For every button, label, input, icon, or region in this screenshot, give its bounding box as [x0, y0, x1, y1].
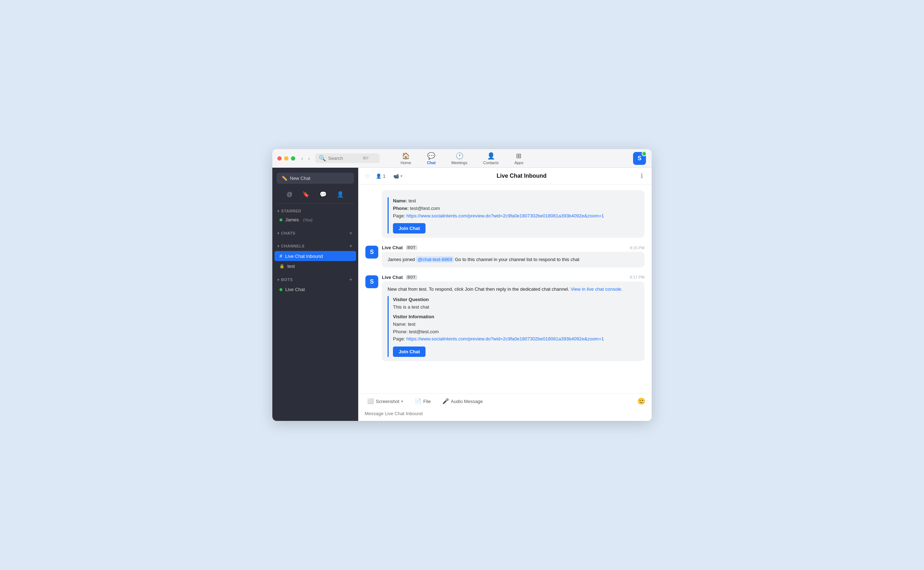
visitor-question-text: This is a test chat	[393, 303, 639, 311]
sidebar-item-live-chat-bot[interactable]: Live Chat	[274, 285, 356, 294]
search-input[interactable]	[328, 156, 360, 161]
main-area: ✏️ New Chat @ 🔖 💬 👤 ▾ STARRED	[272, 168, 652, 421]
add-channel-button[interactable]: +	[349, 243, 353, 249]
nav-contacts[interactable]: 👤 Contacts	[480, 150, 501, 166]
visitor-name-3: test	[408, 322, 415, 327]
nav-contacts-label: Contacts	[483, 161, 498, 165]
emoji-button[interactable]: 🙂	[637, 397, 645, 405]
chat-title: Live Chat Inbound	[405, 173, 638, 179]
apps-icon: ⊞	[516, 152, 521, 160]
new-chat-button[interactable]: ✏️ New Chat	[277, 173, 354, 184]
bot-online-indicator	[280, 288, 282, 291]
message-3-card: Visitor Question This is a test chat Vis…	[387, 296, 639, 357]
message-2-content: Live Chat BOT 8:15 PM James joined @chat…	[382, 245, 644, 268]
star-button[interactable]: ☆	[365, 172, 370, 180]
screenshot-icon: ⬜	[367, 398, 374, 405]
nav-home-label: Home	[401, 161, 411, 165]
mention-filter-button[interactable]: @	[284, 190, 295, 199]
add-chat-button[interactable]: +	[349, 230, 353, 236]
forward-button[interactable]: ›	[306, 155, 312, 162]
message-2-time: 8:15 PM	[630, 246, 644, 250]
contacts-icon: 👤	[487, 152, 495, 160]
sidebar-item-james[interactable]: James (You)	[274, 215, 356, 225]
user-avatar[interactable]: S	[633, 152, 646, 165]
titlebar: ‹ › 🔍 ⌘F 🏠 Home 💬 Chat 🕐 Meetings 👤 C	[272, 149, 652, 168]
online-indicator	[280, 219, 282, 221]
sidebar-item-live-chat-inbound[interactable]: # Live Chat Inbound	[274, 251, 356, 261]
chat-input-area	[358, 408, 652, 421]
bots-section: ▾ BOTS + Live Chat	[272, 273, 358, 296]
message-input[interactable]	[365, 411, 645, 416]
join-chat-button-3[interactable]: Join Chat	[393, 346, 426, 357]
traffic-lights	[277, 156, 295, 161]
search-icon: 🔍	[319, 155, 326, 162]
members-button[interactable]: 👤 1	[374, 172, 387, 180]
message-2-bubble: James joined @chat-test-6869 Go to this …	[382, 252, 644, 268]
message-3-time: 8:17 PM	[630, 275, 644, 279]
sidebar: ✏️ New Chat @ 🔖 💬 👤 ▾ STARRED	[272, 168, 358, 421]
thread-filter-button[interactable]: 💬	[317, 190, 329, 199]
bots-header[interactable]: ▾ BOTS +	[272, 274, 358, 284]
message-group-3: S Live Chat BOT 8:17 PM New chat from te…	[365, 274, 644, 361]
home-icon: 🏠	[402, 152, 410, 160]
join-chat-button-1[interactable]: Join Chat	[393, 223, 426, 233]
sidebar-item-test[interactable]: 🔒 test	[274, 261, 356, 271]
screenshot-button[interactable]: ⬜ Screenshot ▾	[365, 397, 406, 406]
chat-panel: ☆ 👤 1 📹 ▾ Live Chat Inbound ℹ	[358, 168, 652, 421]
members-count: 1	[383, 173, 386, 179]
message-3-sender: Live Chat	[382, 274, 403, 280]
file-label: File	[423, 399, 431, 404]
messages-area: Name: test Phone: test@test.com Page: ht…	[358, 184, 652, 393]
message-3-content: Live Chat BOT 8:17 PM New chat from test…	[382, 274, 644, 361]
close-button[interactable]	[277, 156, 281, 161]
nav-apps-label: Apps	[514, 161, 523, 165]
starred-header[interactable]: ▾ STARRED	[272, 207, 358, 215]
chats-header[interactable]: ▾ CHATS +	[272, 228, 358, 238]
audio-label: Audio Message	[451, 399, 483, 404]
audio-button[interactable]: 🎤 Audio Message	[440, 397, 486, 406]
visitor-phone-1: test@test.com	[410, 205, 440, 211]
visitor-phone-3: test@test.com	[409, 329, 439, 334]
starred-chevron: ▾	[277, 209, 280, 213]
message-2-meta: Live Chat BOT 8:15 PM	[382, 245, 644, 250]
message-2-text-after: Go to this channel in your channel list …	[455, 257, 580, 262]
nav-meetings[interactable]: 🕐 Meetings	[448, 150, 470, 166]
bookmark-filter-button[interactable]: 🔖	[300, 190, 312, 199]
channels-section: ▾ CHANNELS + # Live Chat Inbound 🔒 test	[272, 239, 358, 273]
search-bar[interactable]: 🔍 ⌘F	[315, 153, 380, 163]
chats-section: ▾ CHATS +	[272, 226, 358, 239]
page-label-1: Page:	[393, 213, 405, 219]
chat-icon: 💬	[427, 152, 435, 160]
minimize-button[interactable]	[284, 156, 288, 161]
visitor-question-label: Visitor Question	[393, 297, 429, 302]
visitor-info-label: Visitor Information	[393, 314, 434, 319]
message-2-text-before: James joined	[387, 257, 415, 262]
nav-arrows: ‹ ›	[300, 155, 312, 162]
console-link[interactable]: View in live chat console.	[570, 287, 622, 292]
nav-home[interactable]: 🏠 Home	[398, 150, 414, 166]
mic-icon: 🎤	[442, 398, 449, 405]
message-1-card: Name: test Phone: test@test.com Page: ht…	[387, 198, 639, 233]
message-3-bot-badge: BOT	[406, 275, 418, 280]
page-link-1[interactable]: https://www.socialintents.com/preview.do…	[406, 213, 604, 219]
app-window: ‹ › 🔍 ⌘F 🏠 Home 💬 Chat 🕐 Meetings 👤 C	[272, 149, 652, 421]
bot-avatar-2: S	[365, 246, 378, 259]
video-button[interactable]: 📹 ▾	[391, 172, 405, 180]
message-1-bubble: Name: test Phone: test@test.com Page: ht…	[382, 190, 644, 238]
nav-chat[interactable]: 💬 Chat	[424, 150, 438, 166]
info-button[interactable]: ℹ	[638, 171, 645, 181]
message-2-bot-badge: BOT	[406, 245, 418, 250]
back-button[interactable]: ‹	[300, 155, 305, 162]
screenshot-label: Screenshot	[376, 399, 400, 404]
page-link-3[interactable]: https://www.socialintents.com/preview.do…	[406, 336, 604, 342]
channels-chevron: ▾	[277, 244, 280, 248]
maximize-button[interactable]	[291, 156, 295, 161]
page-label-3: Page:	[393, 336, 406, 342]
bot-avatar-3: S	[365, 275, 378, 288]
nav-apps[interactable]: ⊞ Apps	[511, 150, 526, 166]
channels-header[interactable]: ▾ CHANNELS +	[272, 241, 358, 251]
add-bot-button[interactable]: +	[349, 276, 353, 283]
file-button[interactable]: 📄 File	[412, 397, 434, 406]
person-filter-button[interactable]: 👤	[335, 190, 346, 199]
chat-header-left: ☆ 👤 1 📹 ▾	[365, 172, 405, 180]
